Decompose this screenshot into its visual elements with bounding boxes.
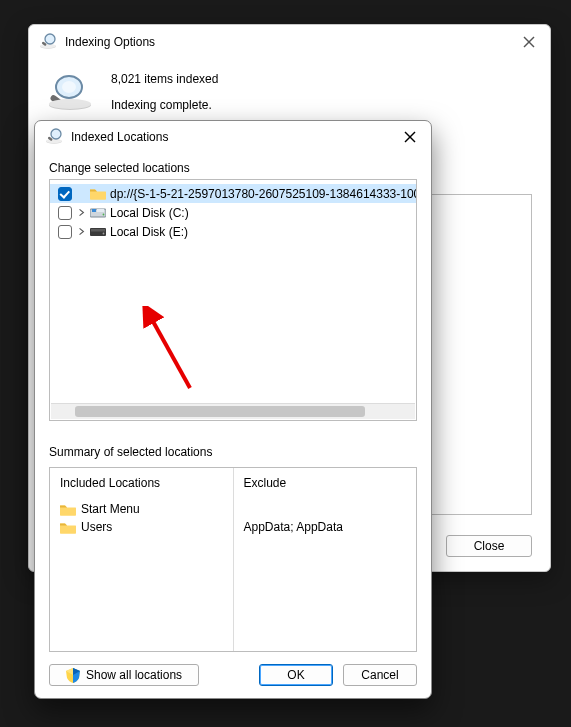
drive-icon [90,207,106,219]
close-icon[interactable] [399,126,421,148]
close-button-label: Close [474,539,505,553]
tree-row-label: Local Disk (C:) [110,206,189,220]
drive-icon [90,226,106,238]
tree-checkbox[interactable] [58,225,72,239]
tree-row-label: Local Disk (E:) [110,225,188,239]
exclude-value: AppData; AppData [244,518,407,536]
included-header: Included Locations [60,476,223,490]
exclude-column: Exclude AppData; AppData [234,468,417,651]
exclude-header: Exclude [244,476,407,490]
tree-expander[interactable] [76,227,86,236]
list-item[interactable]: Start Menu [60,500,223,518]
folder-icon [60,503,76,516]
list-item[interactable]: Users [60,518,223,536]
shield-icon [66,668,81,683]
indexed-locations-titlebar: Indexed Locations [35,121,431,153]
summary-label: Summary of selected locations [49,445,417,459]
search-index-icon [39,33,57,51]
tree-checkbox[interactable] [58,187,72,201]
tree-checkbox[interactable] [58,206,72,220]
show-all-label: Show all locations [86,668,182,682]
indexing-status-text: Indexing complete. [111,95,218,115]
change-locations-label: Change selected locations [49,161,417,175]
scrollbar-thumb[interactable] [75,406,365,417]
cancel-button[interactable]: Cancel [343,664,417,686]
ok-button[interactable]: OK [259,664,333,686]
close-button[interactable]: Close [446,535,532,557]
horizontal-scrollbar[interactable] [51,403,415,419]
show-all-locations-button[interactable]: Show all locations [49,664,199,686]
summary-box: Included Locations Start Menu Users Excl… [49,467,417,652]
locations-tree[interactable]: dp://{S-1-5-21-2597013780-2607525109-138… [49,179,417,421]
svg-line-18 [150,316,190,388]
tree-row[interactable]: dp://{S-1-5-21-2597013780-2607525109-138… [50,184,416,203]
tree-expander[interactable] [76,208,86,217]
annotation-arrow-icon [132,306,202,396]
ok-label: OK [287,668,304,682]
cancel-label: Cancel [361,668,398,682]
search-index-icon [45,128,63,146]
included-item-label: Start Menu [81,502,140,516]
close-icon[interactable] [518,31,540,53]
tree-row[interactable]: Local Disk (E:) [50,222,416,241]
folder-icon [60,521,76,534]
indexed-locations-window: Indexed Locations Change selected locati… [34,120,432,699]
exclude-value [244,500,407,518]
indexed-locations-title: Indexed Locations [71,130,168,144]
items-indexed-text: 8,021 items indexed [111,69,218,89]
tree-row-label: dp://{S-1-5-21-2597013780-2607525109-138… [110,187,417,201]
included-item-label: Users [81,520,112,534]
magnifier-icon [47,71,93,113]
tree-row[interactable]: Local Disk (C:) [50,203,416,222]
indexing-options-titlebar: Indexing Options [29,25,550,59]
folder-icon [90,187,106,200]
indexing-options-title: Indexing Options [65,35,155,49]
included-column: Included Locations Start Menu Users [50,468,234,651]
